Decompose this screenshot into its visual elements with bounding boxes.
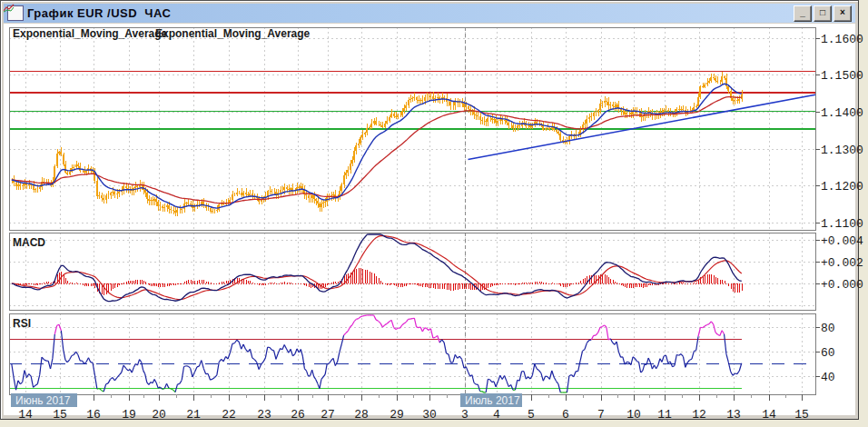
panel-background xyxy=(9,313,815,394)
date-label: 14 xyxy=(18,408,33,422)
date-label: 3 xyxy=(461,408,469,422)
rsi-panel-label: RSI xyxy=(13,317,31,330)
date-label: 13 xyxy=(726,408,741,422)
price-axis-label: 1.1100 xyxy=(821,217,863,231)
price-axis-label: 1.1500 xyxy=(821,69,863,83)
price-axis-label: 1.1200 xyxy=(821,180,863,194)
legend-ema-fast: Exponential_Moving_Average xyxy=(13,27,168,40)
macd-axis-label: +0.000 xyxy=(821,278,863,292)
price-axis-label: 1.1300 xyxy=(821,144,863,157)
macd-axis-label: +0.004 xyxy=(821,234,863,248)
date-label: 5 xyxy=(528,408,535,422)
date-label: 21 xyxy=(186,408,201,422)
month-marker-label: Июнь 2017 xyxy=(15,394,71,407)
date-label: 30 xyxy=(422,408,437,422)
date-label: 14 xyxy=(762,408,776,422)
date-label: 15 xyxy=(794,408,809,422)
date-label: 6 xyxy=(562,408,569,422)
date-label: 28 xyxy=(354,408,369,422)
rsi-axis-label: 40 xyxy=(821,371,835,384)
date-label: 19 xyxy=(122,408,136,422)
macd-axis-label: +0.002 xyxy=(821,256,863,270)
date-label: 10 xyxy=(626,408,641,422)
date-label: 16 xyxy=(86,408,101,422)
date-label: 15 xyxy=(53,408,67,422)
rsi-axis-label: 60 xyxy=(821,346,835,360)
date-label: 29 xyxy=(390,408,404,422)
date-label: 12 xyxy=(692,408,706,422)
price-axis-label: 1.1400 xyxy=(821,106,863,120)
macd-panel-label: MACD xyxy=(13,236,45,249)
date-label: 4 xyxy=(493,408,500,422)
date-label: 27 xyxy=(321,408,335,422)
date-label: 20 xyxy=(152,408,166,422)
rsi-axis-label: 80 xyxy=(821,322,835,335)
legend-ema-slow: Exponential_Moving_Average xyxy=(155,27,311,40)
date-label: 22 xyxy=(222,408,236,422)
price-axis-label: 1.1600 xyxy=(821,33,863,46)
date-label: 26 xyxy=(291,408,305,422)
date-label: 23 xyxy=(257,408,271,422)
month-marker-label: Июль 2017 xyxy=(465,394,520,407)
panel-background xyxy=(9,233,815,310)
date-label: 11 xyxy=(657,408,672,422)
chart-canvas[interactable]: 1.16001.15001.14001.13001.12001.1100+0.0… xyxy=(0,0,868,427)
date-label: 7 xyxy=(597,408,605,422)
